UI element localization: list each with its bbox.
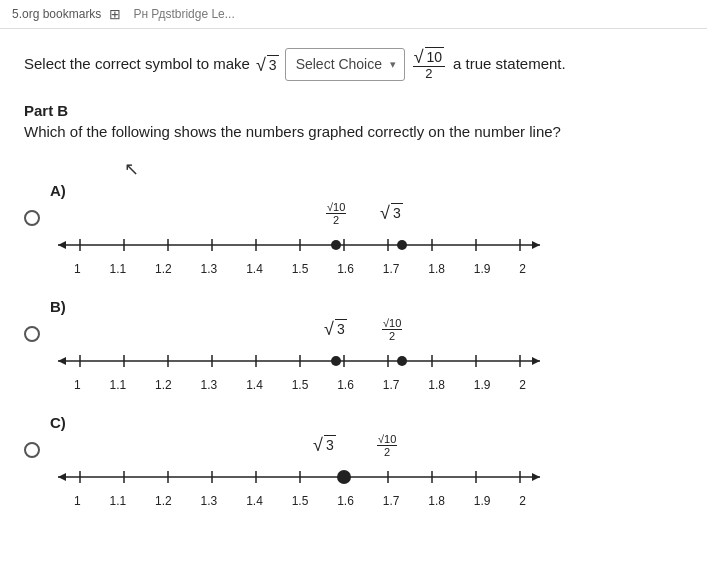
option-c-row: C) √3 √10 2 (24, 414, 683, 508)
site-label: 5.org bookmarks (12, 7, 101, 21)
fraction-numerator: √ 10 (413, 47, 445, 67)
option-a-row: A) √10 2 √3 (24, 182, 683, 276)
svg-marker-2 (58, 241, 66, 249)
annotation-c-left: √3 (313, 435, 336, 454)
svg-marker-33 (532, 473, 540, 481)
nav-text: Pн Рдstbridge Le... (133, 7, 234, 21)
option-c-radio[interactable] (24, 442, 40, 458)
option-a-content: A) √10 2 √3 (50, 182, 683, 276)
svg-marker-18 (58, 357, 66, 365)
sqrt3-expr: √ 3 (256, 55, 279, 74)
sqrt10-value: 10 (425, 47, 445, 66)
option-b-annotations: √3 √10 2 (50, 317, 550, 345)
part-a-suffix: a true statement. (453, 52, 566, 76)
option-c-annotations: √3 √10 2 (50, 433, 550, 461)
options-list: A) √10 2 √3 (24, 182, 683, 508)
annotation-b-left: √3 (324, 319, 347, 338)
option-b-tick-labels: 1 1.1 1.2 1.3 1.4 1.5 1.6 1.7 1.8 1.9 2 (50, 378, 550, 392)
sqrt-symbol-10: √ (414, 48, 424, 66)
sqrt10-expr: √ 10 (414, 47, 444, 66)
svg-point-15 (397, 240, 407, 250)
part-a-question: Select the correct symbol to make √ 3 Se… (24, 47, 683, 82)
option-b-content: B) √3 √10 2 (50, 298, 683, 392)
svg-point-30 (331, 356, 341, 366)
option-a-radio[interactable] (24, 210, 40, 226)
option-b-radio[interactable] (24, 326, 40, 342)
sqrt3-value: 3 (267, 55, 279, 74)
option-a-annotations: √10 2 √3 (50, 201, 550, 229)
number-line-b (50, 345, 550, 377)
fraction-expr: √ 10 2 (411, 47, 447, 82)
sqrt-symbol: √ (256, 56, 266, 74)
svg-marker-17 (532, 357, 540, 365)
number-line-a (50, 229, 550, 261)
number-line-c (50, 461, 550, 493)
grid-icon: ⊞ (109, 6, 121, 22)
svg-marker-34 (58, 473, 66, 481)
option-c-tick-labels: 1 1.1 1.2 1.3 1.4 1.5 1.6 1.7 1.8 1.9 2 (50, 494, 550, 508)
option-b-row: B) √3 √10 2 (24, 298, 683, 392)
fraction: √ 10 2 (413, 47, 445, 82)
annotation-b-right: √10 2 (380, 317, 404, 342)
option-a-label: A) (50, 182, 66, 199)
option-c-label: C) (50, 414, 66, 431)
annotation-a-right: √3 (380, 203, 403, 222)
svg-point-31 (397, 356, 407, 366)
part-a-prefix: Select the correct symbol to make (24, 52, 250, 76)
svg-marker-1 (532, 241, 540, 249)
chevron-down-icon: ▾ (390, 56, 396, 74)
cursor-icon: ↖ (124, 158, 139, 180)
select-choice-dropdown[interactable]: Select Choice ▾ (285, 48, 405, 80)
svg-point-46 (337, 470, 351, 484)
part-b-section: Part B Which of the following shows the … (24, 102, 683, 508)
main-content: Select the correct symbol to make √ 3 Se… (0, 29, 707, 520)
option-c-content: C) √3 √10 2 (50, 414, 683, 508)
top-bar: 5.org bookmarks ⊞ Pн Рдstbridge Le... (0, 0, 707, 29)
fraction-denominator: 2 (424, 67, 433, 81)
part-b-question: Which of the following shows the numbers… (24, 123, 683, 140)
annotation-c-right: √10 2 (375, 433, 399, 458)
option-b-label: B) (50, 298, 66, 315)
option-a-tick-labels: 1 1.1 1.2 1.3 1.4 1.5 1.6 1.7 1.8 1.9 2 (50, 262, 550, 276)
annotation-a-left: √10 2 (324, 201, 348, 226)
part-b-label: Part B (24, 102, 683, 119)
dropdown-label: Select Choice (296, 53, 382, 75)
svg-point-14 (331, 240, 341, 250)
